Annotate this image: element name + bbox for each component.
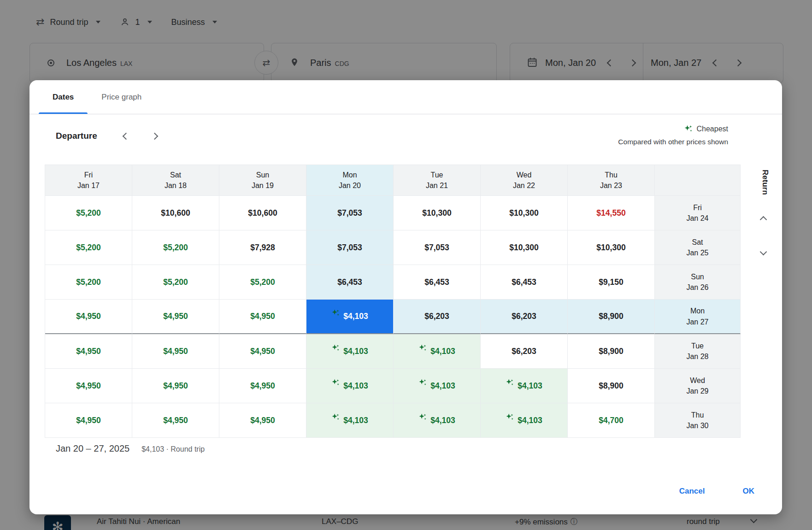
price-cell[interactable]: $5,200 [132, 265, 219, 300]
price-cell[interactable]: $10,600 [132, 196, 219, 230]
column-header: ThuJan 23 [568, 165, 655, 196]
price-table: FriJan 17SatJan 18SunJan 19MonJan 20TueJ… [45, 165, 741, 438]
price-cell[interactable]: $5,200 [45, 196, 132, 230]
price-cell[interactable]: $4,950 [45, 300, 132, 334]
price-cell[interactable]: $5,200 [219, 265, 306, 300]
column-header: SatJan 18 [132, 165, 219, 196]
tab-price-graph-label: Price graph [101, 93, 141, 102]
sparkle-icon [506, 413, 514, 422]
price-cell[interactable]: $6,453 [394, 265, 481, 300]
price-cell[interactable]: $8,900 [568, 334, 655, 369]
price-cell[interactable]: $6,203 [481, 334, 568, 369]
price-cell[interactable]: $8,900 [568, 300, 655, 334]
price-cell[interactable]: $10,300 [481, 230, 568, 265]
price-cell[interactable]: $4,950 [132, 300, 219, 334]
price-cell[interactable]: $4,950 [45, 403, 132, 438]
column-header: WedJan 22 [481, 165, 568, 196]
price-cell[interactable]: $4,950 [132, 369, 219, 403]
return-date-cell: MonJan 27 [655, 300, 741, 334]
cheapest-legend: Cheapest Compared with other prices show… [618, 124, 728, 146]
price-cell[interactable]: $4,950 [132, 334, 219, 369]
price-cell[interactable]: $4,103 [306, 403, 394, 438]
scroll-down-button[interactable] [753, 241, 773, 262]
price-cell[interactable]: $7,053 [394, 230, 481, 265]
sparkle-icon [684, 124, 693, 134]
price-cell[interactable]: $4,950 [132, 403, 219, 438]
return-date-cell: WedJan 29 [655, 369, 741, 403]
price-cell[interactable]: $4,950 [45, 334, 132, 369]
summary-price-info: $4,103 · Round trip [141, 445, 205, 453]
ok-button[interactable]: OK [735, 482, 763, 501]
price-cell[interactable]: $4,103 [481, 403, 568, 438]
previous-week-button[interactable] [118, 128, 134, 144]
return-date-cell: ThuJan 30 [655, 403, 741, 438]
departure-nav: Departure [56, 128, 163, 144]
column-header: MonJan 20 [306, 165, 394, 196]
price-cell[interactable]: $4,103 [306, 334, 394, 369]
price-cell[interactable]: $6,453 [481, 265, 568, 300]
sparkle-icon [506, 378, 514, 387]
price-cell[interactable]: $5,200 [45, 265, 132, 300]
selection-summary: Jan 20 – 27, 2025 $4,103 · Round trip [56, 443, 205, 454]
return-column-header [655, 165, 741, 196]
sparkle-icon [331, 344, 340, 353]
price-cell[interactable]: $10,300 [568, 230, 655, 265]
return-date-cell: TueJan 28 [655, 334, 741, 369]
price-cell[interactable]: $5,200 [45, 230, 132, 265]
tab-dates[interactable]: Dates [39, 80, 88, 114]
summary-date-range: Jan 20 – 27, 2025 [56, 443, 129, 454]
price-cell[interactable]: $14,550 [568, 196, 655, 230]
sparkle-icon [331, 309, 340, 318]
cheapest-label: Cheapest [697, 125, 729, 133]
price-cell[interactable]: $5,200 [132, 230, 219, 265]
tab-dates-label: Dates [53, 93, 74, 102]
departure-label: Departure [56, 131, 97, 141]
price-cell[interactable]: $4,103 [306, 369, 394, 403]
return-date-cell: FriJan 24 [655, 196, 741, 230]
price-cell[interactable]: $7,053 [306, 196, 394, 230]
column-header: TueJan 21 [394, 165, 481, 196]
price-cell[interactable]: $4,950 [219, 334, 306, 369]
next-week-button[interactable] [147, 128, 163, 144]
sparkle-icon [418, 344, 427, 353]
scroll-up-button[interactable] [753, 209, 773, 230]
tab-price-graph[interactable]: Price graph [88, 80, 155, 114]
price-cell[interactable]: $8,900 [568, 369, 655, 403]
sparkle-icon [331, 413, 340, 422]
column-header: SunJan 19 [219, 165, 306, 196]
sparkle-icon [418, 378, 427, 387]
sparkle-icon [331, 378, 340, 387]
price-cell[interactable]: $4,103 [394, 369, 481, 403]
price-cell[interactable]: $4,103 [306, 300, 394, 334]
price-cell[interactable]: $4,950 [45, 369, 132, 403]
date-picker-dialog: Dates Price graph Departure Cheapest Com… [29, 80, 782, 514]
price-cell[interactable]: $4,103 [394, 403, 481, 438]
price-cell[interactable]: $4,700 [568, 403, 655, 438]
price-cell[interactable]: $7,928 [219, 230, 306, 265]
return-date-cell: SunJan 26 [655, 265, 741, 300]
price-cell[interactable]: $10,300 [394, 196, 481, 230]
column-header: FriJan 17 [45, 165, 132, 196]
return-axis-label: Return [756, 147, 774, 217]
price-cell[interactable]: $4,950 [219, 369, 306, 403]
return-date-cell: SatJan 25 [655, 230, 741, 265]
price-cell[interactable]: $6,203 [481, 300, 568, 334]
sparkle-icon [418, 413, 427, 422]
price-cell[interactable]: $4,950 [219, 300, 306, 334]
price-cell[interactable]: $10,600 [219, 196, 306, 230]
cancel-button[interactable]: Cancel [671, 482, 713, 501]
legend-subtitle: Compared with other prices shown [618, 138, 728, 146]
price-cell[interactable]: $6,203 [394, 300, 481, 334]
price-cell[interactable]: $4,103 [481, 369, 568, 403]
dialog-actions: Cancel OK [671, 482, 763, 501]
price-cell[interactable]: $7,053 [306, 230, 394, 265]
price-cell[interactable]: $10,300 [481, 196, 568, 230]
price-cell[interactable]: $4,103 [394, 334, 481, 369]
dialog-tabs: Dates Price graph [29, 80, 782, 114]
price-cell[interactable]: $4,950 [219, 403, 306, 438]
price-cell[interactable]: $9,150 [568, 265, 655, 300]
price-cell[interactable]: $6,453 [306, 265, 394, 300]
